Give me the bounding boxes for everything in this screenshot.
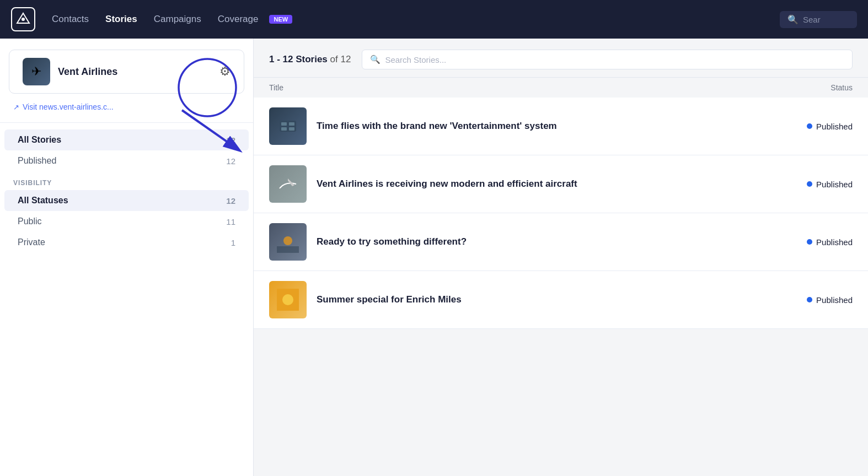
svg-point-1 [22, 18, 25, 21]
sidebar-item-private[interactable]: Private 1 [4, 232, 249, 253]
status-dot [807, 297, 812, 302]
story-row[interactable]: Time flies with the brand new 'Ventertai… [254, 98, 868, 155]
story-status: Published [781, 122, 853, 131]
published-count: 12 [226, 156, 235, 166]
search-icon: 🔍 [370, 55, 381, 64]
app-logo[interactable] [11, 7, 35, 31]
stories-list: Time flies with the brand new 'Ventertai… [254, 98, 868, 476]
status-dot [807, 181, 812, 187]
public-label: Public [18, 217, 226, 226]
nav-campaigns[interactable]: Campaigns [154, 14, 201, 25]
story-title: Summer special for Enrich Miles [317, 293, 771, 306]
status-label: Published [816, 180, 853, 189]
all-stories-count: 12 [226, 136, 235, 145]
svg-rect-7 [281, 127, 287, 131]
svg-rect-10 [277, 246, 299, 253]
all-statuses-count: 12 [226, 196, 235, 205]
story-title: Vent Airlines is receiving new modern an… [317, 177, 771, 191]
content-header: 1 - 12 Stories of 12 🔍 Search Stories... [254, 39, 868, 78]
settings-icon[interactable]: ⚙ [219, 64, 231, 79]
search-bar[interactable]: 🔍 Sear [780, 11, 857, 28]
stories-count: 1 - 12 Stories of 12 [269, 54, 351, 65]
org-card: ✈ Vent Airlines ⚙ [9, 50, 244, 94]
story-title: Ready to try something different? [317, 235, 771, 248]
story-status: Published [781, 237, 853, 247]
sidebar-item-all-statuses[interactable]: All Statuses 12 [4, 190, 249, 211]
story-row[interactable]: Ready to try something different? Publis… [254, 213, 868, 271]
visibility-section-title: VISIBILITY [0, 171, 253, 190]
content-area: 1 - 12 Stories of 12 🔍 Search Stories...… [254, 39, 868, 476]
story-thumbnail [269, 281, 307, 318]
visit-link[interactable]: ↗ Visit news.vent-airlines.c... [0, 102, 253, 111]
status-label: Published [816, 122, 853, 131]
main-layout: ✈ Vent Airlines ⚙ ↗ Visit news.vent-airl… [0, 39, 868, 476]
public-count: 11 [226, 217, 235, 226]
all-statuses-label: All Statuses [18, 196, 226, 205]
private-label: Private [18, 237, 231, 247]
status-label: Published [816, 237, 853, 247]
org-logo: ✈ [23, 58, 50, 85]
search-label: Sear [803, 15, 821, 24]
table-header: Title Status [254, 78, 868, 98]
search-placeholder: Search Stories... [385, 55, 446, 64]
story-status: Published [781, 180, 853, 189]
org-name: Vent Airlines [58, 66, 117, 78]
story-thumbnail [269, 107, 307, 145]
status-label: Published [816, 295, 853, 305]
sidebar-item-published[interactable]: Published 12 [4, 150, 249, 171]
sidebar-item-public[interactable]: Public 11 [4, 211, 249, 232]
all-stories-label: All Stories [18, 135, 226, 145]
nav-stories[interactable]: Stories [105, 14, 137, 25]
status-dot [807, 123, 812, 129]
svg-point-12 [282, 294, 293, 305]
visit-link-text: Visit news.vent-airlines.c... [23, 102, 114, 111]
story-row[interactable]: Vent Airlines is receiving new modern an… [254, 155, 868, 213]
svg-rect-6 [289, 122, 294, 126]
private-count: 1 [231, 238, 235, 247]
col-title: Title [269, 83, 775, 92]
svg-rect-8 [289, 127, 294, 131]
sidebar: ✈ Vent Airlines ⚙ ↗ Visit news.vent-airl… [0, 39, 254, 476]
new-badge: NEW [269, 15, 292, 24]
story-thumbnail [269, 223, 307, 261]
divider [0, 122, 253, 123]
story-status: Published [781, 295, 853, 305]
sidebar-item-all-stories[interactable]: All Stories 12 [4, 129, 249, 150]
story-row[interactable]: Summer special for Enrich Miles Publishe… [254, 271, 868, 329]
search-stories-input[interactable]: 🔍 Search Stories... [362, 50, 853, 69]
story-thumbnail [269, 165, 307, 203]
nav-contacts[interactable]: Contacts [52, 14, 89, 25]
story-title: Time flies with the brand new 'Ventertai… [317, 120, 771, 133]
status-dot [807, 239, 812, 245]
nav-coverage[interactable]: Coverage [218, 14, 259, 25]
navbar: Contacts Stories Campaigns Coverage NEW … [0, 0, 868, 39]
svg-rect-5 [281, 122, 287, 126]
col-status: Status [775, 83, 853, 92]
external-link-icon: ↗ [13, 103, 19, 111]
search-icon: 🔍 [787, 14, 799, 25]
svg-point-9 [283, 236, 292, 245]
published-label: Published [18, 156, 226, 166]
